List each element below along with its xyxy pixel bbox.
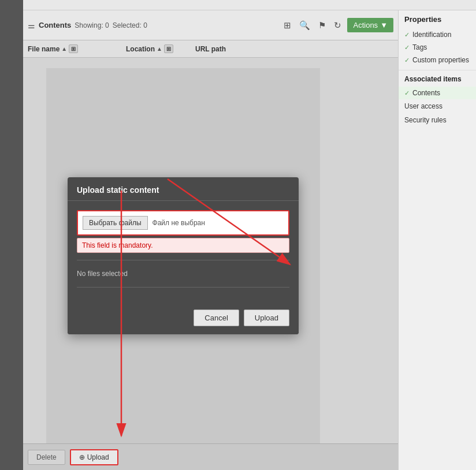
check-icon: ✓	[404, 44, 410, 51]
col-filename-label: File name	[28, 45, 60, 53]
sidebar-item-security-rules[interactable]: Security rules	[399, 113, 476, 127]
upload-modal: Upload static content Выбрать файлы Файл…	[68, 177, 299, 334]
sidebar-properties-title: Properties	[399, 10, 476, 27]
sidebar-item-label: Tags	[412, 43, 427, 51]
right-sidebar: Properties ✓ Identification ✓ Tags ✓ Cus…	[398, 10, 476, 470]
sidebar-item-tags[interactable]: ✓ Tags	[399, 41, 476, 54]
toolbar-showing: Showing: 0	[75, 21, 109, 29]
sidebar-item-identification[interactable]: ✓ Identification	[399, 28, 476, 41]
sidebar-item-label: Custom properties	[412, 56, 469, 64]
col-url: URL path	[195, 45, 393, 53]
choose-file-button[interactable]: Выбрать файлы	[83, 216, 148, 230]
file-input-row: Выбрать файлы Файл не выбран	[77, 210, 289, 236]
sidebar-associated-section: ✓ Contents User access Security rules	[399, 85, 476, 128]
chevron-down-icon: ▼	[380, 21, 388, 29]
refresh-btn[interactable]: ↻	[332, 19, 344, 32]
no-files-label: No files selected	[77, 267, 289, 280]
toolbar-right: ⊞ 🔍 ⚑ ↻ Actions ▼	[281, 18, 393, 32]
upload-button[interactable]: Upload	[244, 309, 289, 326]
main-content-area: ⚌ Contents Showing: 0 Selected: 0 ⊞ 🔍 ⚑ …	[23, 10, 398, 470]
left-sidebar-strip	[0, 0, 23, 470]
col-location-label: Location	[126, 45, 155, 53]
search-btn[interactable]: 🔍	[297, 19, 313, 32]
col-filename: File name ▲ ⊞	[28, 44, 126, 53]
actions-button[interactable]: Actions ▼	[347, 18, 393, 32]
modal-overlay: Upload static content Выбрать файлы Файл…	[46, 68, 320, 443]
modal-footer: Cancel Upload	[68, 304, 299, 334]
check-icon: ✓	[404, 89, 410, 97]
sort-asc-icon: ▲	[61, 46, 67, 52]
table-content-area: Upload static content Выбрать файлы Файл…	[23, 58, 398, 443]
toolbar: ⚌ Contents Showing: 0 Selected: 0 ⊞ 🔍 ⚑ …	[23, 10, 398, 40]
grid-view-btn[interactable]: ⊞	[281, 19, 293, 32]
divider	[77, 287, 289, 288]
col-filename-btn[interactable]: ⊞	[69, 44, 78, 53]
sidebar-item-label: User access	[404, 102, 442, 110]
toolbar-title: Contents	[39, 21, 71, 29]
file-placeholder-label: Файл не выбран	[153, 219, 205, 227]
sidebar-item-label: Security rules	[404, 116, 447, 124]
col-location: Location ▲ ⊞	[126, 44, 195, 53]
top-bar	[23, 0, 476, 10]
sort-asc-icon: ▲	[157, 46, 162, 52]
cancel-button[interactable]: Cancel	[194, 309, 239, 326]
column-headers: File name ▲ ⊞ Location ▲ ⊞ URL path	[23, 40, 398, 58]
bookmark-btn[interactable]: ⚑	[316, 19, 328, 32]
sidebar-item-user-access[interactable]: User access	[399, 99, 476, 113]
toolbar-selected: Selected: 0	[113, 21, 147, 29]
upload-bottom-button[interactable]: ⊕ Upload	[70, 449, 118, 465]
toolbar-left: ⚌ Contents Showing: 0 Selected: 0	[28, 21, 277, 30]
col-location-btn[interactable]: ⊞	[164, 44, 173, 53]
table-icon: ⚌	[28, 21, 35, 30]
sidebar-item-label: Contents	[412, 89, 440, 97]
sidebar-item-custom-properties[interactable]: ✓ Custom properties	[399, 54, 476, 66]
upload-bottom-label: Upload	[87, 453, 109, 461]
sidebar-item-label: Identification	[412, 31, 451, 39]
check-icon: ✓	[404, 31, 410, 39]
check-icon: ✓	[404, 57, 410, 64]
col-url-label: URL path	[195, 45, 226, 53]
sidebar-item-contents[interactable]: ✓ Contents	[399, 87, 476, 99]
bottom-bar: Delete ⊕ Upload	[23, 443, 398, 470]
delete-button[interactable]: Delete	[28, 450, 65, 465]
sidebar-associated-items-title: Associated items	[399, 70, 476, 85]
sidebar-main-section: ✓ Identification ✓ Tags ✓ Custom propert…	[399, 27, 476, 68]
modal-title: Upload static content	[68, 177, 299, 201]
plus-circle-icon: ⊕	[79, 453, 85, 461]
actions-label: Actions	[353, 21, 378, 29]
modal-body: Выбрать файлы Файл не выбран This field …	[68, 201, 299, 304]
divider	[77, 260, 289, 260]
error-message: This field is mandatory.	[77, 238, 289, 253]
